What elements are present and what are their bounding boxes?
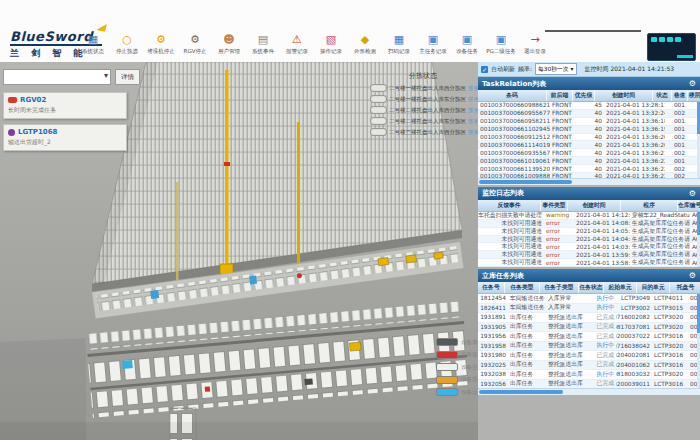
table-cell: 40	[579, 157, 604, 164]
table-cell: 生成高架库库位任务请求	[630, 259, 690, 266]
table-cell: FRONT	[550, 102, 579, 109]
monitor-time: 监控时间 2021-04-01 14:21:53	[585, 65, 675, 74]
legend-label: 设备空闲	[461, 364, 478, 371]
status-monitor-widget[interactable]	[647, 33, 696, 61]
table-row[interactable]: 1932038出库任务整托派送出库执行中0818003032LCTP302000…	[478, 370, 700, 380]
table-title: 立库任务列表	[482, 271, 524, 281]
disable-link[interactable]: 禁用	[468, 129, 478, 136]
table-row[interactable]: 未找到可用通道error2021-04-01 14:04:56生成高架库库位任务…	[478, 236, 700, 244]
table-cell: 1826411	[478, 304, 508, 313]
table-row[interactable]: 0010037000661019061FRONT402021-04-01 13:…	[478, 157, 700, 165]
table-cell: LCTP3020	[652, 370, 688, 379]
horizontal-scrollbar[interactable]	[478, 178, 700, 185]
table-row[interactable]: 1826411车间输送任务入库异常执行中LCTP3002LCTP30150010…	[478, 304, 700, 314]
table-cell: 车间输送任务	[508, 294, 546, 303]
sort-area-label: 二号楼一楼托盘出入库西分拣区	[389, 85, 466, 92]
disable-link[interactable]: 禁用	[468, 85, 478, 92]
toolbar-item-label: 外形检测	[354, 48, 376, 55]
table-cell: 2021-04-01 14:08:57	[574, 220, 630, 227]
system-status-button[interactable]: ▦系统状态	[76, 33, 110, 55]
sort-area-toggle[interactable]	[370, 117, 387, 125]
logo-accent-icon	[96, 22, 106, 32]
sort-area-toggle[interactable]	[370, 95, 387, 103]
column-header: 条码	[478, 90, 547, 101]
table-row[interactable]: 未找到可用通道error2021-04-01 14:03:56生成高架库库位任务…	[478, 243, 700, 251]
legend-color-swatch	[436, 338, 458, 346]
table-cell: LCTP3020	[652, 323, 688, 332]
table-row[interactable]: 未找到可用通道error2021-04-01 14:08:57生成高架库库位任务…	[478, 220, 700, 228]
sort-area-toggle[interactable]	[370, 128, 387, 136]
stacker-stop-button[interactable]: ⚙堆垛机停止	[144, 33, 178, 55]
settings-icon[interactable]: ⚙	[689, 189, 696, 198]
table-row[interactable]: 1931980出库任务整托派送出库已完成0204002081LCTP301600…	[478, 351, 700, 361]
stop-picking-button[interactable]: ○停止拣选	[110, 33, 144, 55]
table-row[interactable]: 0010037000660958211FRONT402021-04-01 13:…	[478, 118, 700, 126]
column-header: 任务子类型	[540, 282, 579, 293]
column-header: 事件类型	[541, 200, 568, 211]
sort-area-toggle[interactable]	[370, 84, 387, 92]
table-row[interactable]: 0010037000661114019FRONT402021-04-01 13:…	[478, 141, 700, 149]
refresh-rate-select[interactable]: 每30秒一次 ▾	[535, 63, 577, 75]
sort-area-toggle[interactable]	[370, 106, 387, 114]
disable-link[interactable]: 禁用	[468, 96, 478, 103]
toolbar-item-label: RGV停止	[184, 48, 207, 55]
table-row[interactable]: 2库七层穿梭车托盘扫描失败申请处理warning2021-04-01 14:12…	[478, 212, 700, 220]
table-row[interactable]: 0010037000660935567FRONT402021-04-01 13:…	[478, 149, 700, 157]
device-select[interactable]: ▾	[3, 69, 111, 85]
system-events-button[interactable]: ▤系统事件	[246, 33, 280, 55]
barcode-records-button[interactable]: ▦扫码记录	[382, 33, 416, 55]
user-management-button[interactable]: ☻用户管理	[212, 33, 246, 55]
table-row[interactable]: 0010037000660955677FRONT402021-04-01 13:…	[478, 110, 700, 118]
settings-icon[interactable]: ⚙	[689, 271, 696, 280]
table-row[interactable]: 1812454车间输送任务入库异常执行中LCTP3049LCTP40110010…	[478, 294, 700, 304]
auto-refresh-checkbox[interactable]: ✓	[481, 66, 488, 73]
table-row[interactable]: 1931905出库任务整托派送出库已完成0817037081LCTP302000…	[478, 323, 700, 333]
table-row[interactable]: 1932025出库任务整托派送出库已完成0204001062LCTP301600…	[478, 361, 700, 371]
table-row[interactable]: 0010037000661139520FRONT402021-04-01 13:…	[478, 165, 700, 173]
table-row[interactable]: 未找到可用通道error2021-04-01 13:59:51生成高架库库位任务…	[478, 251, 700, 259]
table-row[interactable]: 0010037000660912512FRONT402021-04-01 13:…	[478, 134, 700, 142]
alarm-records-button[interactable]: ⚠报警记录	[280, 33, 314, 55]
table-cell: 0200039011	[616, 380, 652, 388]
legend-row: 设备运行	[436, 388, 478, 396]
alert-card[interactable]: RGV02长时间未完成任务	[3, 92, 127, 119]
operation-records-button[interactable]: ▧操作记录	[314, 33, 348, 55]
table-cell: LCTP3015	[652, 304, 688, 313]
alert-card[interactable]: LGTP1068输送出货超时_2	[3, 124, 127, 151]
table-cell: 2021-04-01 14:12:12	[574, 212, 630, 219]
table-cell: 生成高架库库位任务请求	[630, 251, 690, 258]
table-cell: 002	[665, 149, 687, 156]
pg-subtasks-button[interactable]: ▣PG二级任务	[484, 33, 518, 55]
device-alert-list: RGV02长时间未完成任务LGTP1068输送出货超时_2	[3, 92, 127, 156]
task-relation-table: TaskRelation列表 ⚙ 条码前后端优先级创建时间状态巷道楼层 0010…	[478, 77, 700, 185]
monitor-bar-icon	[677, 55, 693, 58]
table-row[interactable]: 1932056出库任务整托派送出库已完成0200039011LCTP301600…	[478, 380, 700, 388]
toolbar-item-label: 扫码记录	[388, 48, 410, 55]
table-cell: 生成高架库库位任务请求	[630, 220, 690, 227]
vehicle-gear-icon: ⚙	[190, 33, 200, 46]
device-tasks-button[interactable]: ▣设备任务	[450, 33, 484, 55]
table-row[interactable]: 未找到可用通道error2021-04-01 13:58:50生成高架库库位任务…	[478, 259, 700, 267]
detail-button[interactable]: 详情	[115, 69, 140, 85]
horizontal-scrollbar[interactable]	[478, 388, 700, 395]
sort-area-row: 二号楼一楼托盘出入库西分拣区禁用	[370, 84, 476, 92]
table-cell: 执行中	[588, 304, 616, 313]
settings-icon[interactable]: ⚙	[689, 79, 696, 88]
scan-icon: ◆	[361, 33, 369, 46]
table-cell: 40	[579, 118, 604, 125]
main-task-records-button[interactable]: ▣主任务记录	[416, 33, 450, 55]
warehouse-3d-view[interactable]: ▾ 详情 RGV02长时间未完成任务LGTP1068输送出货超时_2 分拣状态 …	[0, 62, 478, 440]
table-row[interactable]: 0010037000661102945FRONT402021-04-01 13:…	[478, 126, 700, 134]
table-row[interactable]: 0010037000660988621FRONT452021-04-01 13:…	[478, 102, 700, 110]
table-row[interactable]: 未找到可用通道error2021-04-01 14:05:56生成高架库库位任务…	[478, 228, 700, 236]
rgv-stop-button[interactable]: ⚙RGV停止	[178, 33, 212, 55]
table-row[interactable]: 1931956出库任务整托派送出库已完成0200037022LCTP301600…	[478, 332, 700, 342]
table-cell: 未找到可用通道	[478, 220, 544, 227]
disable-link[interactable]: 禁用	[468, 118, 478, 125]
disable-link[interactable]: 禁用	[468, 107, 478, 114]
shape-detection-button[interactable]: ◆外形检测	[348, 33, 382, 55]
logout-button[interactable]: →退出登录	[518, 33, 552, 55]
table-row[interactable]: 1931958出库任务整托派送出库执行中0716038042LCTP302000…	[478, 342, 700, 352]
stop-ring-icon: ○	[122, 33, 132, 46]
table-row[interactable]: 1931891出库任务整托派送出库已完成0716002082LCTP302000…	[478, 313, 700, 323]
